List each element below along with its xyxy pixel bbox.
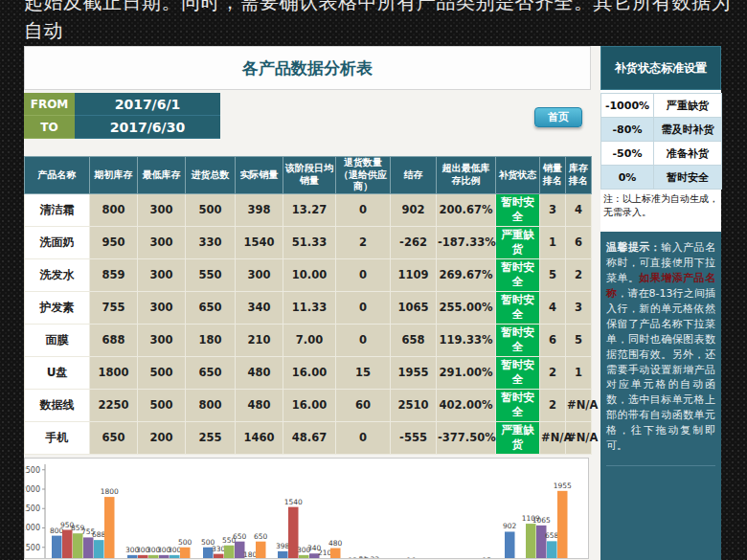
- table-cell[interactable]: 2: [566, 258, 592, 291]
- table-cell[interactable]: 5: [566, 324, 592, 356]
- table-cell[interactable]: 800: [90, 193, 138, 226]
- status-cell[interactable]: 暂时安全: [496, 389, 540, 421]
- status-cell[interactable]: 严重缺货: [496, 226, 540, 258]
- table-cell[interactable]: 300: [236, 258, 283, 291]
- table-cell[interactable]: 7.00: [283, 324, 336, 356]
- table-cell[interactable]: 16.00: [283, 356, 336, 389]
- table-cell[interactable]: 2: [540, 356, 566, 389]
- product-name-cell[interactable]: 手机: [25, 421, 90, 454]
- rule-label-cell[interactable]: 严重缺货: [654, 94, 722, 118]
- table-cell[interactable]: 1: [566, 356, 592, 389]
- table-cell[interactable]: 550: [186, 258, 236, 291]
- table-cell[interactable]: 650: [186, 356, 236, 389]
- table-cell[interactable]: 950: [90, 226, 138, 258]
- table-cell[interactable]: 255.00%: [437, 291, 496, 324]
- table-cell[interactable]: 10.00: [283, 258, 336, 291]
- table-cell[interactable]: 6: [566, 226, 592, 258]
- product-name-cell[interactable]: 护发素: [25, 291, 90, 324]
- product-name-cell[interactable]: U盘: [25, 356, 90, 389]
- table-cell[interactable]: 15: [336, 356, 391, 389]
- status-cell[interactable]: 暂时安全: [496, 258, 540, 291]
- table-cell[interactable]: 119.33%: [437, 324, 496, 356]
- table-cell[interactable]: 1460: [236, 421, 283, 454]
- table-cell[interactable]: 269.67%: [437, 258, 496, 291]
- table-cell[interactable]: 60: [336, 389, 391, 421]
- product-name-cell[interactable]: 清洁霜: [25, 193, 90, 226]
- table-cell[interactable]: 658: [391, 324, 437, 356]
- table-cell[interactable]: 1800: [90, 356, 138, 389]
- table-cell[interactable]: 4: [566, 193, 592, 226]
- table-cell[interactable]: 480: [236, 356, 283, 389]
- table-header-cell[interactable]: 结存: [391, 157, 437, 194]
- rule-threshold-cell[interactable]: -80%: [601, 118, 654, 142]
- table-header-cell[interactable]: 销量排名: [540, 157, 566, 194]
- table-cell[interactable]: 650: [186, 291, 236, 324]
- table-header-cell[interactable]: 超出最低库存比例: [437, 157, 496, 194]
- table-header-cell[interactable]: 该阶段日均销量: [283, 157, 336, 194]
- table-cell[interactable]: 3: [566, 291, 592, 324]
- table-cell[interactable]: 180: [186, 324, 236, 356]
- status-cell[interactable]: 严重缺货: [496, 421, 540, 454]
- table-cell[interactable]: 2510: [391, 389, 437, 421]
- table-cell[interactable]: 402.00%: [437, 389, 496, 421]
- table-header-cell[interactable]: 补货状态: [496, 157, 540, 194]
- table-cell[interactable]: 5: [540, 258, 566, 291]
- table-cell[interactable]: 16.00: [283, 389, 336, 421]
- table-cell[interactable]: 2: [540, 389, 566, 421]
- table-header-cell[interactable]: 产品名称: [25, 157, 90, 194]
- status-cell[interactable]: 暂时安全: [496, 324, 540, 356]
- product-name-cell[interactable]: 面膜: [25, 324, 90, 356]
- table-cell[interactable]: 200.67%: [437, 193, 496, 226]
- table-cell[interactable]: 480: [236, 389, 283, 421]
- table-cell[interactable]: 6: [540, 324, 566, 356]
- status-cell[interactable]: 暂时安全: [496, 291, 540, 324]
- table-cell[interactable]: 300: [138, 226, 186, 258]
- table-cell[interactable]: 800: [186, 389, 236, 421]
- table-header-cell[interactable]: 进货总数: [186, 157, 236, 194]
- table-header-cell[interactable]: 库存排名: [566, 157, 592, 194]
- table-cell[interactable]: 0: [336, 291, 391, 324]
- table-cell[interactable]: 0: [336, 193, 391, 226]
- rule-threshold-cell[interactable]: -50%: [601, 142, 654, 166]
- table-cell[interactable]: 200: [138, 421, 186, 454]
- table-header-cell[interactable]: 退货数量（退给供应商）: [336, 157, 391, 194]
- table-cell[interactable]: 1109: [391, 258, 437, 291]
- table-cell[interactable]: 500: [138, 389, 186, 421]
- table-cell[interactable]: 0: [336, 421, 391, 454]
- table-cell[interactable]: -262: [391, 226, 437, 258]
- table-cell[interactable]: 330: [186, 226, 236, 258]
- rule-label-cell[interactable]: 需及时补货: [654, 118, 722, 142]
- to-value-cell[interactable]: 2017/6/30: [75, 116, 220, 139]
- table-cell[interactable]: 340: [236, 291, 283, 324]
- table-cell[interactable]: 902: [391, 193, 437, 226]
- table-cell[interactable]: 650: [90, 421, 138, 454]
- rule-threshold-cell[interactable]: 0%: [601, 166, 654, 190]
- table-cell[interactable]: 0: [336, 258, 391, 291]
- table-cell[interactable]: 300: [138, 324, 186, 356]
- table-header-cell[interactable]: 实际销量: [236, 157, 283, 194]
- table-cell[interactable]: 4: [540, 291, 566, 324]
- table-cell[interactable]: 255: [186, 421, 236, 454]
- table-cell[interactable]: 500: [138, 356, 186, 389]
- table-cell[interactable]: -187.33%: [437, 226, 496, 258]
- table-cell[interactable]: #N/A: [566, 421, 592, 454]
- status-cell[interactable]: 暂时安全: [496, 193, 540, 226]
- table-cell[interactable]: 2: [336, 226, 391, 258]
- table-cell[interactable]: 859: [90, 258, 138, 291]
- table-header-cell[interactable]: 最低库存: [138, 157, 186, 194]
- rule-label-cell[interactable]: 准备补货: [654, 142, 722, 166]
- table-cell[interactable]: 0: [336, 324, 391, 356]
- rule-threshold-cell[interactable]: -1000%: [601, 94, 654, 118]
- table-cell[interactable]: 755: [90, 291, 138, 324]
- table-cell[interactable]: -555: [391, 421, 437, 454]
- table-cell[interactable]: 291.00%: [437, 356, 496, 389]
- table-cell[interactable]: 688: [90, 324, 138, 356]
- table-cell[interactable]: 3: [540, 193, 566, 226]
- table-cell[interactable]: 1955: [391, 356, 437, 389]
- table-cell[interactable]: 11.33: [283, 291, 336, 324]
- product-name-cell[interactable]: 洗面奶: [25, 226, 90, 258]
- table-cell[interactable]: 210: [236, 324, 283, 356]
- product-name-cell[interactable]: 数据线: [25, 389, 90, 421]
- rule-label-cell[interactable]: 暂时安全: [654, 166, 722, 190]
- table-cell[interactable]: 51.33: [283, 226, 336, 258]
